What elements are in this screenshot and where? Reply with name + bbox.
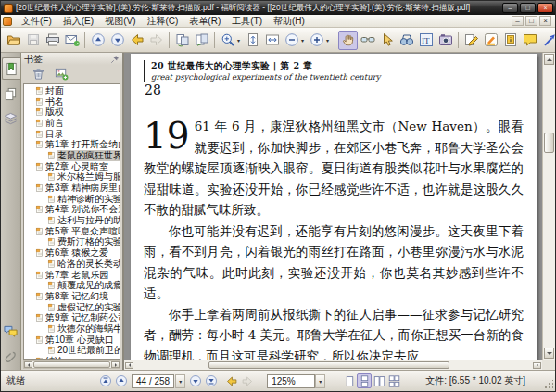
menu-view[interactable]: 视图(V) — [99, 15, 141, 28]
save-button[interactable] — [23, 31, 43, 50]
arrow-tool-button[interactable] — [539, 31, 556, 50]
marquee-zoom-dropdown[interactable]: ▾ — [237, 37, 240, 44]
first-page-button[interactable] — [99, 374, 113, 388]
menu-insert[interactable]: 插入(E) — [57, 15, 99, 28]
highlight-button[interactable] — [481, 31, 500, 50]
page-number-input[interactable]: 44 / 258 — [132, 374, 174, 388]
scroll-right-button[interactable] — [533, 362, 541, 369]
bookmark-item[interactable]: 前言 — [24, 118, 120, 129]
search-button[interactable] — [397, 31, 416, 50]
hand-tool-button[interactable] — [338, 31, 358, 50]
bookmark-item[interactable]: 第3章 精神病房里的正 — [24, 183, 120, 194]
bookmark-item[interactable]: 颠覆成见的成瘾实 — [24, 280, 120, 291]
doc-minimize-button[interactable]: – — [512, 16, 524, 26]
tab-attachments[interactable] — [2, 345, 20, 367]
doc-close-button[interactable]: × — [539, 16, 551, 26]
bookmark-item[interactable]: 坎德尔的海蜗牛实 — [24, 323, 120, 335]
facing-button[interactable] — [372, 373, 386, 388]
zoom-out-button[interactable] — [282, 31, 301, 50]
previous-view-button[interactable] — [127, 31, 146, 50]
prev-page-circle-button[interactable] — [88, 31, 107, 50]
scroll-thumb[interactable] — [33, 361, 110, 368]
zoom-out-dropdown[interactable]: ▾ — [301, 37, 304, 44]
bookmark-item[interactable]: 第9章 记忆制药公司 — [24, 312, 120, 323]
comment-button[interactable] — [520, 31, 539, 50]
bookmark-item[interactable]: 20世纪最前卫的心 — [24, 346, 120, 357]
zoom-in-button[interactable] — [307, 31, 326, 50]
zoom-level-input[interactable]: 125% — [267, 374, 315, 388]
bookmark-item[interactable]: 哈洛的灵长类动物 — [24, 259, 120, 270]
menu-tools[interactable]: 工具(T) — [226, 15, 268, 28]
bookmark-item[interactable]: 版权 — [24, 107, 120, 118]
close-button[interactable]: × — [537, 3, 553, 13]
scroll-right-button[interactable] — [111, 361, 120, 368]
bookmark-item[interactable]: 精神诊断的实验 — [24, 194, 120, 205]
menu-form[interactable]: 表单(R) — [183, 15, 226, 28]
fit-page-button[interactable] — [243, 31, 262, 50]
next-view-button[interactable] — [240, 374, 255, 388]
next-page-circle-button[interactable] — [107, 31, 127, 50]
email-button[interactable] — [62, 31, 82, 50]
resize-grip[interactable] — [544, 380, 553, 389]
next-view-button[interactable] — [146, 31, 166, 50]
bookmark-item[interactable]: 第5章 平息众声喧哗 — [24, 226, 120, 237]
tab-bookmarks[interactable] — [2, 57, 20, 80]
tab-comments[interactable] — [2, 320, 20, 342]
scroll-left-button[interactable] — [125, 362, 133, 369]
tab-pages[interactable] — [2, 82, 20, 105]
restore-button[interactable]: □ — [520, 3, 536, 13]
select-annotation-button[interactable] — [377, 31, 397, 50]
bookmark-item[interactable]: 第1章 打开斯金纳的箱 — [24, 139, 120, 150]
horizontal-scrollbar[interactable] — [124, 360, 542, 370]
bookmarks-horizontal-scrollbar[interactable] — [23, 360, 120, 369]
scroll-down-button[interactable] — [544, 348, 554, 359]
bookmark-item[interactable]: 米尔格兰姆与服从 — [24, 172, 120, 183]
minimize-button[interactable]: – — [502, 3, 518, 13]
export-bookmark-button[interactable] — [55, 67, 70, 82]
open-button[interactable] — [4, 31, 23, 50]
prev-page-button[interactable] — [115, 374, 129, 388]
next-page-button[interactable] — [189, 374, 203, 388]
delete-bookmark-button[interactable] — [32, 67, 46, 82]
bookmark-item[interactable]: 第8章 记忆幻境 — [24, 291, 120, 302]
single-page-button[interactable] — [342, 373, 357, 388]
snapshot-button[interactable] — [436, 31, 455, 50]
page-transition-2-button[interactable] — [192, 31, 211, 50]
vertical-scrollbar[interactable] — [542, 53, 555, 360]
menu-help[interactable]: 帮助(H) — [268, 15, 310, 28]
note-button[interactable] — [500, 31, 520, 50]
page-transition-1-button[interactable] — [172, 31, 192, 50]
bookmark-item[interactable]: 第2章 心灵暗室 — [24, 161, 120, 172]
zoom-in-dropdown[interactable]: ▾ — [326, 37, 329, 44]
bookmark-item[interactable]: 目录 — [24, 129, 120, 140]
bookmark-item[interactable]: 虚假记忆的实验 — [24, 302, 120, 313]
horizontal-scroll-thumb[interactable] — [208, 361, 449, 369]
tab-layers[interactable] — [2, 107, 20, 130]
bookmark-item[interactable]: 第4章 别说你不会遇 — [24, 205, 120, 216]
continuous-button[interactable] — [357, 373, 372, 388]
bookmark-item[interactable]: 第6章 猿猴之爱 — [24, 247, 120, 259]
bookmark-item[interactable]: 第10章 心灵缺口 — [24, 335, 120, 346]
reading-mode-button[interactable] — [358, 31, 377, 50]
fit-width-button[interactable] — [262, 31, 282, 50]
zoom-dropdown[interactable]: ▾ — [315, 374, 325, 388]
page-dropdown[interactable]: ▾ — [175, 374, 185, 388]
bookmark-item[interactable]: 第7章 老鼠乐园 — [24, 270, 120, 281]
select-text-button[interactable]: IT — [416, 31, 436, 50]
bookmark-item[interactable]: 结论 — [24, 356, 120, 360]
pin-panel-button[interactable] — [110, 55, 120, 64]
marquee-zoom-button[interactable] — [218, 31, 237, 50]
scroll-up-button[interactable] — [544, 54, 554, 65]
doc-restore-button[interactable]: □ — [525, 16, 537, 26]
bookmark-item[interactable]: 老鼠的疯狂世界 — [24, 150, 120, 161]
bookmark-item[interactable]: 费斯汀格的实验 — [24, 237, 120, 248]
pencil-button[interactable] — [461, 31, 481, 50]
continuous-facing-button[interactable] — [386, 373, 401, 388]
print-button[interactable] — [43, 31, 62, 50]
vertical-scroll-thumb[interactable] — [544, 133, 554, 153]
previous-view-button[interactable] — [224, 374, 239, 388]
bookmark-item[interactable]: 封面 — [24, 85, 120, 96]
scroll-left-button[interactable] — [24, 361, 32, 368]
last-page-button[interactable] — [205, 374, 219, 388]
menu-comment[interactable]: 注释(C) — [141, 15, 183, 28]
